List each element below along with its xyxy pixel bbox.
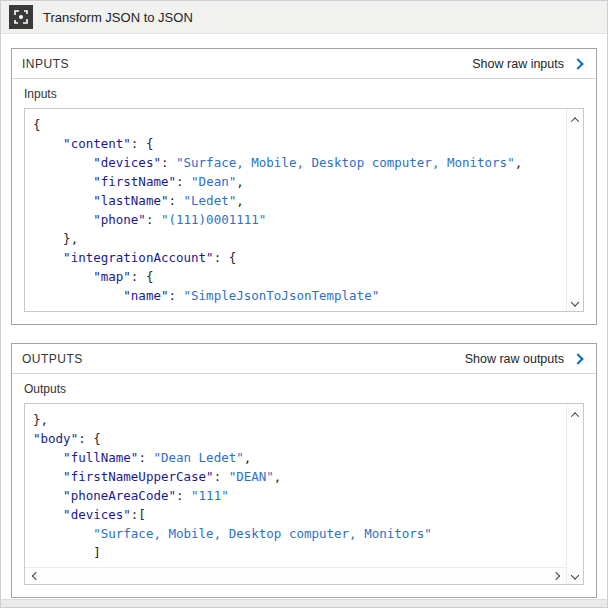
scroll-up-button[interactable] <box>569 113 582 126</box>
chevron-down-icon <box>571 571 579 579</box>
outputs-section: OUTPUTS Show raw outputs Outputs },"body… <box>11 343 597 598</box>
outputs-code-box: },"body": { "fullName": "Dean Ledet", "f… <box>24 403 584 585</box>
chevron-down-icon <box>571 298 579 306</box>
inputs-section-body: Inputs { "content": { "devices": "Surfac… <box>12 79 596 324</box>
action-header-bar: Transform JSON to JSON <box>1 1 607 34</box>
scroll-right-button[interactable] <box>549 570 562 583</box>
chevron-right-icon <box>572 58 583 69</box>
inputs-heading: INPUTS <box>22 57 69 71</box>
action-details-panel: Transform JSON to JSON INPUTS Show raw i… <box>0 0 608 608</box>
outputs-section-body: Outputs },"body": { "fullName": "Dean Le… <box>12 374 596 597</box>
show-raw-outputs-label: Show raw outputs <box>465 352 564 366</box>
inputs-json-code[interactable]: { "content": { "devices": "Surface, Mobi… <box>25 109 566 311</box>
inputs-label: Inputs <box>24 87 584 102</box>
scroll-left-button[interactable] <box>29 570 42 583</box>
chevron-right-icon <box>551 572 559 580</box>
page-bottom-strip <box>1 599 607 607</box>
chevron-up-icon <box>571 117 579 125</box>
outputs-section-header: OUTPUTS Show raw outputs <box>12 344 596 374</box>
transform-json-icon <box>9 5 33 29</box>
chevron-up-icon <box>571 412 579 420</box>
outputs-json-code[interactable]: },"body": { "fullName": "Dean Ledet", "f… <box>25 404 566 567</box>
show-raw-outputs-link[interactable]: Show raw outputs <box>465 352 586 366</box>
action-title: Transform JSON to JSON <box>43 10 193 25</box>
inputs-code-box: { "content": { "devices": "Surface, Mobi… <box>24 108 584 312</box>
chevron-right-icon <box>572 353 583 364</box>
outputs-heading: OUTPUTS <box>22 352 83 366</box>
scroll-down-button[interactable] <box>569 567 582 580</box>
chevron-left-icon <box>31 572 39 580</box>
outputs-vertical-scrollbar[interactable] <box>566 404 583 584</box>
outputs-label: Outputs <box>24 382 584 397</box>
show-raw-inputs-link[interactable]: Show raw inputs <box>472 57 586 71</box>
scroll-up-button[interactable] <box>569 408 582 421</box>
show-raw-inputs-label: Show raw inputs <box>472 57 564 71</box>
outputs-horizontal-scrollbar[interactable] <box>25 567 566 584</box>
inputs-vertical-scrollbar[interactable] <box>566 109 583 311</box>
inputs-section: INPUTS Show raw inputs Inputs { "content… <box>11 48 597 325</box>
scroll-down-button[interactable] <box>569 294 582 307</box>
inputs-section-header: INPUTS Show raw inputs <box>12 49 596 79</box>
